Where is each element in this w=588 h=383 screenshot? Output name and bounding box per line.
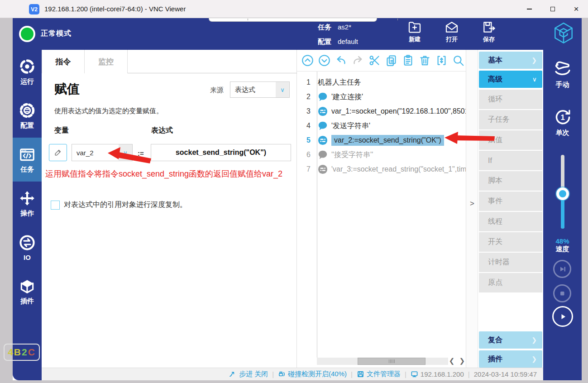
sidebar-item-operate[interactable]: 操作 xyxy=(13,182,42,225)
tree-row[interactable]: 2 '建立连接' xyxy=(297,90,466,104)
expression-input[interactable]: socket_send_string("OK") xyxy=(151,144,291,161)
toolbar-tick xyxy=(248,19,248,20)
speed-percent: 48% xyxy=(543,237,582,245)
sidebar-item-config[interactable]: 配置 xyxy=(13,94,42,138)
paste-button[interactable] xyxy=(402,54,414,67)
play-button[interactable] xyxy=(552,306,573,327)
category-label: 插件 xyxy=(479,354,531,364)
manual-mode-button[interactable]: 手动 xyxy=(543,60,582,89)
category-item-assign[interactable]: 赋值 xyxy=(479,130,542,150)
category-composite[interactable]: 复合 ❯ xyxy=(479,331,542,349)
category-item-switch[interactable]: 开关 xyxy=(479,232,542,252)
source-value: 表达式 xyxy=(230,86,276,94)
copy-button[interactable] xyxy=(385,54,397,67)
category-advanced[interactable]: 高级 ∨ xyxy=(479,71,542,88)
redo-button[interactable] xyxy=(352,54,364,67)
step-button[interactable] xyxy=(553,260,571,278)
slider-thumb[interactable] xyxy=(556,187,569,200)
sidebar-item-label: 插件 xyxy=(20,297,34,306)
variable-select[interactable]: var_2 ∨ xyxy=(72,144,133,161)
insert-button[interactable] xyxy=(435,54,448,67)
variable-value: var_2 xyxy=(72,149,119,157)
line-text: '建立连接' xyxy=(331,92,363,102)
task-icon xyxy=(19,146,36,163)
vnc-toolbar-tab[interactable] xyxy=(209,18,377,21)
open-task-button[interactable]: 打开 xyxy=(439,20,464,48)
move-down-button[interactable] xyxy=(318,54,330,67)
stop-button[interactable] xyxy=(553,284,571,302)
tree-row[interactable]: 3 var_1:=socket_open("192.168.1.100",850… xyxy=(297,104,466,119)
category-item-event[interactable]: 事件 xyxy=(479,192,542,211)
comment-icon xyxy=(318,150,328,160)
tab-monitor[interactable]: 监控 xyxy=(85,50,128,73)
chevron-right-icon: ❯ xyxy=(531,336,542,344)
file-manager-button[interactable]: 文件管理器 xyxy=(357,370,401,378)
undo-button[interactable] xyxy=(335,54,347,67)
source-select[interactable]: 表达式 ∨ xyxy=(230,81,290,98)
category-plugin[interactable]: 插件 ❯ xyxy=(479,350,542,368)
task-value[interactable]: as2* xyxy=(338,23,351,31)
sidebar-item-io[interactable]: IO xyxy=(13,225,42,269)
comment-icon xyxy=(318,92,328,102)
category-item-thread[interactable]: 线程 xyxy=(479,212,542,232)
category-item-script[interactable]: 脚本 xyxy=(479,171,542,191)
svg-text:1: 1 xyxy=(560,113,564,122)
config-value[interactable]: default xyxy=(338,38,358,45)
deep-copy-checkbox[interactable] xyxy=(51,201,60,210)
save-task-button[interactable]: 保存 xyxy=(476,20,502,48)
tree-row-selected[interactable]: 5 var_2:=socket_send_string("OK") xyxy=(297,133,466,148)
scissors-icon xyxy=(368,54,381,67)
move-icon xyxy=(19,190,36,207)
save-task-label: 保存 xyxy=(483,35,495,43)
open-file-icon xyxy=(445,20,459,34)
close-button[interactable]: × xyxy=(564,0,588,18)
single-label: 单次 xyxy=(556,129,569,137)
single-run-button[interactable]: 1 单次 xyxy=(543,108,582,137)
step-status-icon xyxy=(229,370,237,378)
divider: | xyxy=(468,370,470,378)
cut-button[interactable] xyxy=(368,54,381,67)
line-text: var_1:=socket_open("192.168.1.100",8501,… xyxy=(331,107,466,115)
category-item-if[interactable]: If xyxy=(479,151,542,171)
stop-icon xyxy=(557,288,568,299)
chevron-down-icon: ∨ xyxy=(276,82,289,97)
tab-instruction[interactable]: 指令 xyxy=(42,50,85,73)
tree-row[interactable]: 1 机器人主任务 xyxy=(297,75,466,90)
step-status[interactable]: 步进 关闭 xyxy=(229,370,268,378)
sidebar-item-task[interactable]: 任务 xyxy=(13,138,42,182)
category-item-subtask[interactable]: 子任务 xyxy=(479,110,542,130)
tree-row[interactable]: 4 '发送字符串' xyxy=(297,119,466,133)
divider: | xyxy=(272,370,274,378)
move-up-button[interactable] xyxy=(301,54,314,67)
sidebar-item-plugin[interactable]: 插件 xyxy=(13,269,42,313)
category-item-timer[interactable]: 计时器 xyxy=(479,253,542,273)
edit-variable-button[interactable] xyxy=(49,144,67,161)
toolbar-tick xyxy=(397,19,398,20)
maximize-button[interactable] xyxy=(541,0,564,18)
expression-label: 表达式 xyxy=(151,126,173,135)
line-text: 'var_3:=socket_read_string("socket_1",ti… xyxy=(331,165,466,173)
red-annotation-text: 运用赋值指令将指令socket_send_string函数的返回值赋值给var_… xyxy=(45,168,282,179)
window-title: 192.168.1.200 (intel-corei7-64:0) - VNC … xyxy=(44,0,186,18)
category-basic[interactable]: 基本 ❯ xyxy=(479,52,542,69)
speed-slider[interactable] xyxy=(561,155,564,229)
delete-button[interactable] xyxy=(419,54,431,67)
tree-row-disabled[interactable]: 7 'var_3:=socket_read_string("socket_1",… xyxy=(297,162,466,177)
minimize-button[interactable] xyxy=(517,0,541,18)
scroll-left-icon[interactable]: ❮ xyxy=(449,357,455,365)
new-task-button[interactable]: 新建 xyxy=(402,20,427,48)
horizontal-scrollbar[interactable] xyxy=(317,358,448,365)
sidebar-item-run[interactable]: 运行 xyxy=(13,50,42,94)
left-sidebar: 运行 配置 任务 操作 IO 插件 xyxy=(13,50,42,380)
collapse-chevron-icon[interactable]: > xyxy=(466,199,478,208)
search-button[interactable] xyxy=(452,54,464,67)
mode-status-icon[interactable] xyxy=(19,26,35,42)
category-item-loop[interactable]: 循环 xyxy=(479,90,542,110)
chevron-right-icon: ❯ xyxy=(531,57,542,64)
scrollbar-thumb[interactable] xyxy=(358,358,425,365)
sidebar-item-label: 运行 xyxy=(20,77,34,86)
category-item-origin[interactable]: 原点 xyxy=(479,273,542,293)
scroll-right-icon[interactable]: ❯ xyxy=(459,357,465,365)
tree-row-disabled[interactable]: 6 ''接受字符串'' xyxy=(297,148,466,162)
collision-status[interactable]: 碰撞检测开启(40%) xyxy=(278,370,347,378)
